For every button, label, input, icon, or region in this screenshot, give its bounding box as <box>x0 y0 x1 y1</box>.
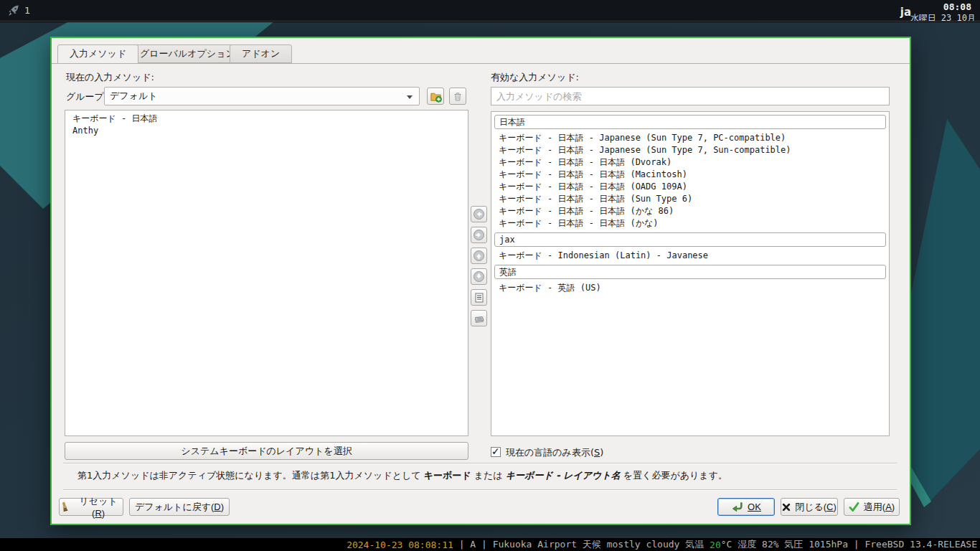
available-im-item[interactable]: キーボード - 日本語 - 日本語 (かな) <box>491 217 889 230</box>
close-button[interactable]: 閉じる(C) <box>781 498 838 516</box>
separator <box>63 489 897 491</box>
only-current-language-checkbox[interactable] <box>491 447 501 457</box>
only-current-language-label: 現在の言語のみ表示(S) <box>506 447 603 458</box>
configure-im-button[interactable] <box>471 289 487 306</box>
move-left-icon <box>473 208 485 220</box>
group-label: グループ: <box>66 90 107 103</box>
separator <box>63 463 897 464</box>
move-down-button[interactable] <box>471 268 487 285</box>
rocket-icon <box>6 4 21 21</box>
keyboard-layout-icon <box>473 312 485 324</box>
tab-addons[interactable]: アドオン <box>230 44 292 63</box>
status-weather: | A | Fukuoka Airport 天候 mostly cloudy 気… <box>453 538 710 551</box>
im-language-group-header[interactable]: 日本語 <box>494 115 886 129</box>
available-im-item[interactable]: キーボード - 日本語 - Japanese (Sun Type 7, Sun-… <box>491 144 889 156</box>
delete-group-button[interactable] <box>449 88 466 105</box>
tabbar-baseline <box>52 63 910 64</box>
available-im-item[interactable]: キーボード - Indonesian (Latin) - Javanese <box>491 250 889 262</box>
move-right-button[interactable] <box>471 227 487 243</box>
keyboard-layout-button[interactable] <box>471 310 487 326</box>
delete-group-trash-icon <box>452 90 463 102</box>
current-im-label: 現在の入力メソッド: <box>66 71 154 84</box>
ok-enter-arrow-icon <box>731 501 743 512</box>
ok-button[interactable]: OK <box>717 498 775 516</box>
clock-time: 08:08 <box>943 1 971 12</box>
status-datetime: 2024-10-23 08:08:11 <box>347 540 453 550</box>
workspace-indicator[interactable]: 1 <box>24 5 30 16</box>
move-down-icon <box>473 270 485 283</box>
group-select-value: デフォルト <box>110 90 158 103</box>
move-up-icon <box>473 250 485 262</box>
move-left-button[interactable] <box>471 206 487 222</box>
available-im-item[interactable]: キーボード - 日本語 - 日本語 (Dvorak) <box>491 156 889 169</box>
clock-date: 水曜日 23 10月 <box>910 12 976 22</box>
screen: 1 ja 08:08 水曜日 23 10月 入力メソッド グローバルオプション … <box>0 0 980 551</box>
available-im-label: 有効な入力メソッド: <box>491 71 579 84</box>
available-im-item[interactable]: キーボード - 日本語 - 日本語 (OADG 109A) <box>491 181 889 193</box>
add-group-folder-icon <box>430 90 442 103</box>
move-up-button[interactable] <box>471 248 487 264</box>
add-group-button[interactable] <box>427 88 444 105</box>
available-im-item[interactable]: キーボード - 日本語 - 日本語 (Macintosh) <box>491 169 889 181</box>
close-x-icon <box>782 503 791 512</box>
move-right-icon <box>473 229 485 241</box>
first-im-note: 第1入力メソッドは非アクティブ状態になります。通常は第1入力メソッドとして キー… <box>77 469 727 482</box>
current-im-item[interactable]: Anthy <box>65 125 468 137</box>
current-im-list[interactable]: キーボード - 日本語Anthy <box>65 110 468 436</box>
brush-icon <box>60 501 70 512</box>
status-bar: 2024-10-23 08:08:11 | A | Fukuoka Airpor… <box>0 538 980 551</box>
apply-button[interactable]: 適用(A) <box>844 498 900 516</box>
current-im-item[interactable]: キーボード - 日本語 <box>65 110 468 125</box>
chevron-down-icon <box>407 95 413 99</box>
reset-button[interactable]: リセット(R) <box>59 498 123 516</box>
fcitx-config-dialog: 入力メソッド グローバルオプション アドオン 現在の入力メソッド: グループ: … <box>50 37 911 525</box>
restore-defaults-button[interactable]: デフォルトに戻す(D) <box>129 498 230 516</box>
available-im-item[interactable]: キーボード - 日本語 - Japanese (Sun Type 7, PC-c… <box>491 132 889 144</box>
available-im-list[interactable]: 日本語キーボード - 日本語 - Japanese (Sun Type 7, P… <box>491 111 890 436</box>
configure-im-icon <box>473 292 485 303</box>
check-icon <box>849 502 859 512</box>
available-im-item[interactable]: キーボード - 英語 (US) <box>491 282 889 294</box>
im-language-group-header[interactable]: 英語 <box>494 265 886 279</box>
select-system-keyboard-layout-button[interactable]: システムキーボードのレイアウトを選択 <box>65 442 468 460</box>
status-temperature: 20 <box>710 540 721 550</box>
available-im-item[interactable]: キーボード - 日本語 - 日本語 (Sun Type 6) <box>491 193 889 205</box>
top-panel: 1 ja 08:08 水曜日 23 10月 <box>0 0 980 22</box>
im-search-input[interactable] <box>491 87 890 105</box>
tab-input-method[interactable]: 入力メソッド <box>57 44 138 64</box>
available-im-item[interactable]: キーボード - 日本語 - 日本語 (かな 86) <box>491 205 889 217</box>
group-select[interactable]: デフォルト <box>104 87 420 105</box>
im-language-group-header[interactable]: jax <box>494 232 886 247</box>
status-system: °C 湿度 82% 気圧 1015hPa | FreeBSD 13.4-RELE… <box>721 538 977 551</box>
only-current-language-row[interactable]: 現在の言語のみ表示(S) <box>491 445 603 459</box>
